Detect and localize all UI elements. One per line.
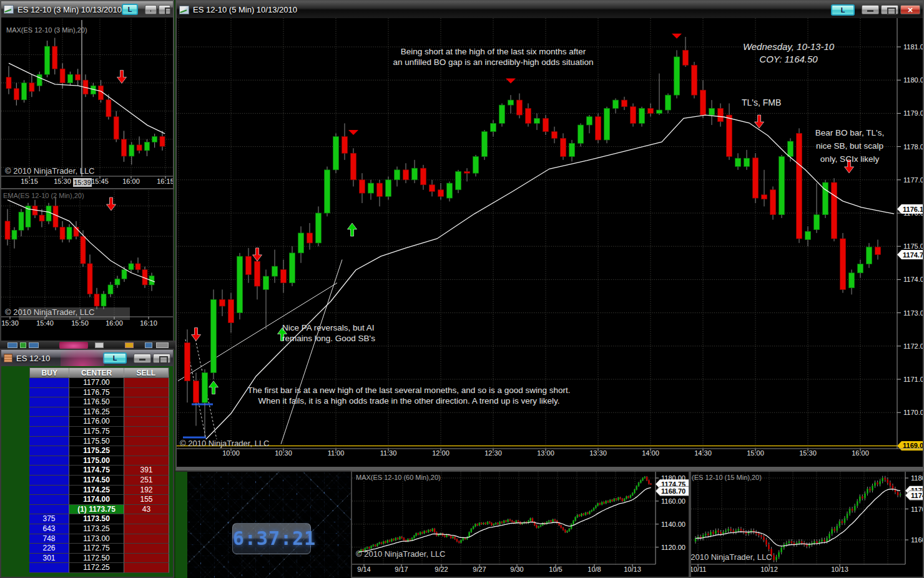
sell-cell[interactable] <box>124 544 169 554</box>
buy-cell[interactable] <box>29 563 69 573</box>
price-cell[interactable]: 1172.25 <box>69 563 124 573</box>
minimize-button[interactable] <box>145 5 157 14</box>
sell-cell[interactable] <box>124 514 169 524</box>
buy-cell[interactable] <box>29 466 69 476</box>
titlebar-5min[interactable]: ES 12-10 (5 Min) 10/13/2010 L <box>177 1 923 18</box>
buy-cell[interactable] <box>29 486 69 496</box>
sell-cell[interactable] <box>124 524 169 534</box>
svg-text:9/14: 9/14 <box>357 566 370 573</box>
svg-text:(ES 12-10 (15 Min),20): (ES 12-10 (15 Min),20) <box>692 474 762 481</box>
price-cell[interactable]: 1176.25 <box>69 407 124 417</box>
sell-cell[interactable] <box>124 388 169 398</box>
minimize-button[interactable] <box>134 354 151 363</box>
svg-text:1160.00: 1160.00 <box>661 497 686 505</box>
price-cell[interactable]: 1172.75 <box>69 544 124 554</box>
svg-text:1180.00: 1180.00 <box>903 76 923 84</box>
price-cell[interactable]: 1173.25 <box>69 524 124 534</box>
clock-gadget[interactable]: 6:37:21 <box>232 523 311 554</box>
candlestick-chart-2min[interactable]: 15:3015:4015:5016:0016:10EMA(ES 12-10 (2… <box>1 189 173 341</box>
candlestick-chart-5min[interactable]: 1181.001180.001179.001178.001177.001176.… <box>177 18 923 468</box>
candlestick-chart-60min[interactable]: 1180.001160.001140.001120.001174.751168.… <box>352 472 689 577</box>
price-cell[interactable]: 1175.00 <box>69 456 124 466</box>
sell-cell[interactable] <box>124 456 169 466</box>
chart-app-icon <box>179 6 189 14</box>
price-cell[interactable]: 1173.00 <box>69 534 124 544</box>
buy-cell[interactable] <box>29 427 69 437</box>
maximize-button[interactable] <box>881 5 898 14</box>
price-ladder[interactable]: BUYCENTERSELL 1177.001176.751176.501176.… <box>29 367 169 573</box>
maximize-button[interactable] <box>153 354 170 363</box>
buy-cell[interactable]: 301 <box>29 554 69 564</box>
svg-text:© 2010 NinjaTrader, LLC: © 2010 NinjaTrader, LLC <box>180 439 270 448</box>
price-cell[interactable]: 1176.00 <box>69 417 124 427</box>
wallpaper-glow <box>61 350 104 366</box>
window-icon <box>95 342 104 348</box>
close-button[interactable] <box>900 5 920 14</box>
maximize-button[interactable] <box>159 5 170 14</box>
minimize-button[interactable] <box>862 5 879 14</box>
chart-window-15min[interactable]: 1180.001170.001160.001175117410/1110/121… <box>690 471 924 578</box>
sell-cell[interactable]: 155 <box>124 495 169 505</box>
price-cell[interactable]: 1174.25 <box>69 486 124 496</box>
sell-cell[interactable] <box>124 437 169 447</box>
price-cell[interactable]: 1172.50 <box>69 554 124 564</box>
sell-cell[interactable]: 43 <box>124 505 169 515</box>
price-cell[interactable]: 1175.25 <box>69 446 124 456</box>
buy-cell[interactable] <box>29 456 69 466</box>
price-cell[interactable]: 1175.50 <box>69 437 124 447</box>
sell-cell[interactable] <box>124 397 169 407</box>
svg-text:15:50: 15:50 <box>71 319 89 327</box>
link-button[interactable]: L <box>831 4 855 16</box>
buy-cell[interactable]: 643 <box>29 524 69 534</box>
candlestick-chart-15min[interactable]: 1180.001170.001160.001175117410/1110/121… <box>691 472 923 577</box>
buy-cell[interactable] <box>29 378 69 388</box>
price-cell[interactable]: 1176.50 <box>69 397 124 407</box>
price-cell[interactable]: 1177.00 <box>69 378 124 388</box>
buy-cell[interactable] <box>29 446 69 456</box>
buy-cell[interactable] <box>29 437 69 447</box>
candlestick-chart-3min[interactable]: 15:1515:3015:4516:0016:1515:39MAX(ES 12-… <box>1 17 173 189</box>
buy-cell[interactable] <box>29 505 69 515</box>
svg-text:15:39: 15:39 <box>74 179 91 186</box>
price-cell[interactable]: 1174.00 <box>69 495 124 505</box>
svg-text:14:00: 14:00 <box>642 449 659 457</box>
buy-cell[interactable]: 748 <box>29 534 69 544</box>
titlebar-3min[interactable]: ES 12-10 (3 Min) 10/13/2010 L <box>1 1 173 17</box>
buy-cell[interactable] <box>29 407 69 417</box>
sell-cell[interactable] <box>124 534 169 544</box>
sell-cell[interactable]: 391 <box>124 466 169 476</box>
sell-cell[interactable] <box>124 554 169 564</box>
svg-text:10:30: 10:30 <box>275 449 292 457</box>
chart-window-2min[interactable]: 15:3015:4015:5016:0016:10EMA(ES 12-10 (2… <box>0 188 174 342</box>
sell-cell[interactable]: 192 <box>124 486 169 496</box>
sell-cell[interactable] <box>124 427 169 437</box>
link-button[interactable]: L <box>122 4 138 15</box>
chart-window-5min[interactable]: ES 12-10 (5 Min) 10/13/2010 L 1181.00118… <box>175 0 924 471</box>
chart-window-3min[interactable]: ES 12-10 (3 Min) 10/13/2010 L 15:1515:30… <box>0 0 174 189</box>
sell-cell[interactable] <box>124 563 169 573</box>
buy-cell[interactable] <box>29 476 69 486</box>
dom-window[interactable]: ES 12-10 L BUYCENTERSELL 1177.001176.751… <box>0 349 174 578</box>
sell-cell[interactable] <box>124 407 169 417</box>
buy-cell[interactable]: 226 <box>29 544 69 554</box>
buy-cell[interactable] <box>29 495 69 505</box>
price-cell[interactable]: 1176.75 <box>69 388 124 398</box>
ladder-row: 1175.00 <box>29 456 169 466</box>
buy-cell[interactable] <box>29 397 69 407</box>
sell-cell[interactable] <box>124 446 169 456</box>
current-price-cell[interactable]: (1) 1173.75 <box>69 505 124 515</box>
sell-cell[interactable]: 251 <box>124 476 169 486</box>
link-button[interactable]: L <box>103 352 127 364</box>
buy-cell[interactable] <box>29 417 69 427</box>
sell-cell[interactable] <box>124 378 169 388</box>
buy-cell[interactable] <box>29 388 69 398</box>
chart-window-60min[interactable]: 1180.001160.001140.001120.001174.751168.… <box>351 471 690 578</box>
buy-cell[interactable]: 375 <box>29 514 69 524</box>
titlebar-dom[interactable]: ES 12-10 L <box>1 350 173 366</box>
svg-text:1172.00: 1172.00 <box>903 342 923 350</box>
price-cell[interactable]: 1175.75 <box>69 427 124 437</box>
price-cell[interactable]: 1173.50 <box>69 514 124 524</box>
price-cell[interactable]: 1174.50 <box>69 476 124 486</box>
sell-cell[interactable] <box>124 417 169 427</box>
price-cell[interactable]: 1174.75 <box>69 466 124 476</box>
